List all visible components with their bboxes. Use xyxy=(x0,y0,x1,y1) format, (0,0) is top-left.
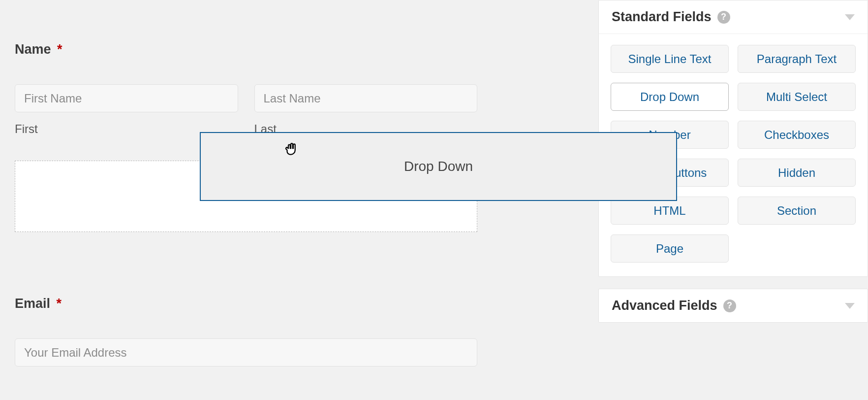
email-input-wrap xyxy=(15,338,477,367)
first-name-input[interactable] xyxy=(15,84,238,112)
field-btn-checkboxes[interactable]: Checkboxes xyxy=(738,121,856,149)
drag-ghost-drop-down[interactable]: Drop Down xyxy=(200,132,677,201)
name-label: Name xyxy=(15,42,51,57)
email-label: Email xyxy=(15,296,50,311)
name-inputs-row: First Last xyxy=(15,84,477,136)
help-icon[interactable]: ? xyxy=(717,11,730,24)
advanced-fields-title-wrap: Advanced Fields ? xyxy=(612,298,736,313)
advanced-fields-title: Advanced Fields xyxy=(612,298,717,313)
field-btn-page[interactable]: Page xyxy=(611,234,729,263)
required-indicator: * xyxy=(57,296,62,311)
collapse-icon[interactable] xyxy=(845,303,855,309)
collapse-icon[interactable] xyxy=(845,14,855,20)
email-field-block: Email * xyxy=(15,296,477,367)
email-input[interactable] xyxy=(15,338,477,367)
required-indicator: * xyxy=(57,42,62,57)
email-field-header: Email * xyxy=(15,296,477,311)
field-btn-drop-down[interactable]: Drop Down xyxy=(611,83,729,111)
name-field-header: Name * xyxy=(15,42,477,57)
advanced-fields-panel: Advanced Fields ? xyxy=(598,289,868,323)
standard-fields-title: Standard Fields xyxy=(612,9,712,25)
field-btn-hidden[interactable]: Hidden xyxy=(738,159,856,187)
first-name-col: First xyxy=(15,84,238,136)
field-btn-paragraph-text[interactable]: Paragraph Text xyxy=(738,45,856,73)
standard-fields-header[interactable]: Standard Fields ? xyxy=(599,0,868,34)
help-icon[interactable]: ? xyxy=(723,300,736,312)
field-btn-section[interactable]: Section xyxy=(738,197,856,225)
standard-fields-title-wrap: Standard Fields ? xyxy=(612,9,730,25)
last-name-input[interactable] xyxy=(254,84,478,112)
field-btn-single-line-text[interactable]: Single Line Text xyxy=(611,45,729,73)
advanced-fields-header[interactable]: Advanced Fields ? xyxy=(599,289,868,322)
field-btn-multi-select[interactable]: Multi Select xyxy=(738,83,856,111)
last-name-col: Last xyxy=(254,84,478,136)
